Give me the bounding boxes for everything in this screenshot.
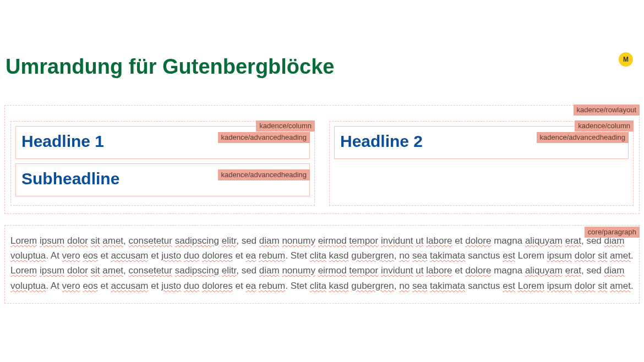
block-advancedheading-2[interactable]: kadence/advancedheading Subheadline [15, 163, 310, 196]
block-rowlayout[interactable]: kadence/rowlayout kadence/column kadence… [4, 105, 640, 214]
block-core-paragraph[interactable]: core/paragraph Lorem ipsum dolor sit ame… [4, 225, 640, 304]
block-label-advancedheading: kadence/advancedheading [537, 132, 629, 143]
block-label-column: kadence/column [575, 120, 634, 131]
page-title: Umrandung für Gutenbergblöcke [0, 0, 644, 101]
block-column-2[interactable]: kadence/column kadence/advancedheading H… [329, 121, 634, 206]
block-label-advancedheading: kadence/advancedheading [218, 169, 310, 180]
block-label-paragraph: core/paragraph [585, 227, 640, 238]
paragraph-text: Lorem ipsum dolor sit amet, consetetur s… [10, 233, 634, 293]
block-label-rowlayout: kadence/rowlayout [574, 105, 640, 116]
block-column-1[interactable]: kadence/column kadence/advancedheading H… [10, 121, 315, 206]
block-label-advancedheading: kadence/advancedheading [218, 132, 310, 143]
block-label-column: kadence/column [256, 120, 315, 131]
avatar[interactable]: M [619, 52, 633, 67]
